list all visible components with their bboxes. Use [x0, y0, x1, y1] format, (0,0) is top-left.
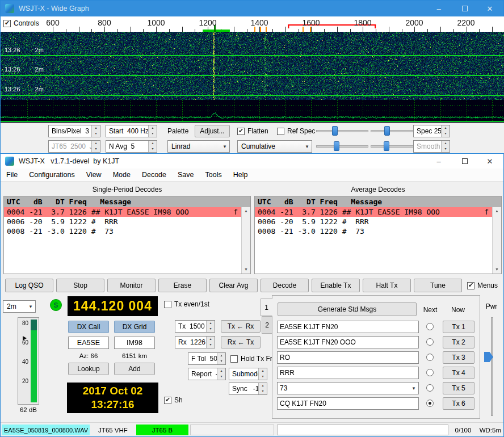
maximize-icon[interactable] [452, 154, 477, 169]
generate-std-msgs-button[interactable]: Generate Std Msgs [278, 302, 417, 316]
scroll-up-icon[interactable]: ▲ [493, 207, 501, 215]
spinner-arrows-icon[interactable]: ▴▾ [217, 353, 225, 364]
decode-row[interactable]: 0008 -21 -3.0 1220 # 73 [4, 226, 250, 236]
spinner-arrows-icon[interactable]: ▴▾ [148, 141, 157, 152]
close-icon[interactable]: ✕ [477, 1, 502, 16]
tx2-button[interactable]: Tx 2 [443, 336, 474, 348]
rx-from-tx-button[interactable]: Rx ← Tx [221, 336, 261, 348]
maximize-icon[interactable] [452, 1, 477, 16]
tx1-radio[interactable] [426, 323, 434, 330]
controls-checkbox[interactable]: Controls [3, 19, 41, 27]
minimize-icon[interactable]: – [426, 154, 451, 169]
spinner-arrows-icon[interactable]: ▴▾ [91, 125, 100, 137]
f-tol-spinner[interactable]: F Tol 50 ▴▾ [188, 352, 226, 365]
spinner-arrows-icon[interactable]: ▴▾ [441, 141, 450, 152]
menus-checkbox[interactable]: Menus [467, 281, 498, 289]
ref-spec-checkbox[interactable]: Ref Spec [277, 127, 315, 135]
waterfall-gain-slider[interactable] [316, 125, 368, 137]
tx5-button[interactable]: Tx 5 [443, 382, 474, 394]
tx6-message-field[interactable] [277, 397, 419, 410]
waterfall[interactable]: 13:262m 13:262m 13:262m [1, 32, 504, 100]
spinner-arrows-icon[interactable]: ▴▾ [258, 368, 267, 380]
spec-percent-spinner[interactable]: Spec 25 % ▴▾ [413, 125, 450, 137]
dx-grid-button[interactable]: DX Grid [114, 321, 155, 333]
spinner-arrows-icon[interactable]: ▴▾ [441, 125, 450, 137]
menu-tools[interactable]: Tools [200, 169, 228, 182]
report-spinner[interactable]: Report -15 ▴▾ [188, 368, 226, 380]
spinner-arrows-icon[interactable]: ▴▾ [217, 368, 225, 380]
tx2-radio[interactable] [426, 338, 434, 346]
submode-spinner[interactable]: Submode B ▴▾ [229, 368, 267, 380]
slider-handle[interactable] [334, 141, 339, 151]
slider-handle[interactable] [384, 141, 389, 151]
bins-per-pixel-spinner[interactable]: Bins/Pixel 3 ▴▾ [48, 125, 100, 137]
palette-combobox[interactable]: Linrad ▾ [167, 140, 230, 153]
log-qso-button[interactable]: Log QSO [5, 279, 53, 292]
tx3-button[interactable]: Tx 3 [443, 351, 474, 364]
menu-mode[interactable]: Mode [107, 169, 136, 182]
clear-avg-button[interactable]: Clear Avg [209, 279, 258, 292]
slider-handle[interactable] [332, 126, 338, 136]
tune-button[interactable]: Tune [414, 279, 462, 292]
menu-decode[interactable]: Decode [136, 169, 172, 182]
n-avg-spinner[interactable]: N Avg 5 ▴▾ [106, 140, 157, 153]
tx5-message-combo[interactable]: 73 ▾ [277, 382, 419, 394]
halt-tx-button[interactable]: Halt Tx [363, 279, 411, 292]
tx6-button[interactable]: Tx 6 [443, 397, 474, 410]
scroll-up-icon[interactable]: ▲ [242, 207, 250, 215]
decode-button[interactable]: Decode [261, 279, 309, 292]
add-button[interactable]: Add [114, 363, 155, 375]
tx1-button[interactable]: Tx 1 [443, 321, 474, 333]
tx4-button[interactable]: Tx 4 [443, 367, 474, 379]
slider-handle[interactable] [384, 126, 390, 136]
decode-row[interactable]: 0006 -20 5.9 1222 # RRR [4, 217, 250, 226]
frequency-scale[interactable]: 600 800 1000 1200 1400 1600 1800 2000 22… [1, 16, 504, 32]
spectrum-type-combobox[interactable]: Cumulative ▾ [237, 140, 312, 153]
scroll-down-icon[interactable]: ▼ [493, 266, 501, 274]
pwr-slider-track[interactable] [491, 317, 493, 416]
spectrum-gain-slider[interactable] [316, 140, 368, 153]
tx3-radio[interactable] [426, 354, 434, 361]
spinner-arrows-icon[interactable]: ▴▾ [206, 321, 215, 332]
rx-freq-spinner[interactable]: Rx 1226 Hz ▴▾ [175, 336, 215, 348]
monitor-button[interactable]: Monitor [107, 279, 156, 292]
spinner-arrows-icon[interactable]: ▴▾ [206, 337, 215, 348]
scrollbar[interactable]: ▲ ▼ [492, 207, 501, 274]
menu-save[interactable]: Save [172, 169, 200, 182]
scroll-down-icon[interactable]: ▼ [242, 266, 250, 274]
jt65-jt9-split-spinner[interactable]: JT65 2500 JT9 ▴▾ [48, 140, 100, 153]
minimize-icon[interactable]: – [426, 1, 451, 16]
decode-row[interactable]: 0004 -21 3.7 1226 ## K1JT EA5SE IM98 OOO… [255, 207, 501, 217]
enable-tx-button[interactable]: Enable Tx [312, 279, 360, 292]
dx-call-button[interactable]: DX Call [68, 321, 109, 333]
adjust-button[interactable]: Adjust... [195, 125, 230, 137]
erase-button[interactable]: Erase [158, 279, 207, 292]
flatten-checkbox[interactable]: Flatten [237, 127, 268, 135]
close-icon[interactable]: ✕ [477, 154, 502, 169]
sh-checkbox[interactable]: Sh [164, 396, 183, 404]
tx-even-checkbox[interactable]: Tx even/1st [164, 300, 209, 308]
spinner-arrows-icon[interactable]: ▴▾ [91, 141, 100, 152]
sync-spinner[interactable]: Sync -1 ▴▾ [229, 383, 267, 395]
main-titlebar[interactable]: WSJT-X v1.7.1-devel by K1JT – ✕ [1, 154, 503, 169]
decode-row[interactable]: 0008 -21 -3.0 1220 # 73 [255, 226, 501, 236]
menu-view[interactable]: View [81, 169, 107, 182]
wide-graph-titlebar[interactable]: WSJT-X - Wide Graph – ✕ [1, 1, 503, 16]
tab-1[interactable]: 1 [261, 299, 272, 316]
tx1-message-field[interactable] [277, 321, 419, 333]
tab-2[interactable]: 2 [262, 316, 272, 334]
tx2-message-field[interactable] [277, 336, 419, 348]
tx4-radio[interactable] [426, 369, 434, 376]
waterfall-canvas[interactable] [1, 32, 504, 100]
start-freq-spinner[interactable]: Start 400 Hz ▴▾ [106, 125, 157, 137]
decode-row[interactable]: 0004 -21 3.7 1226 ## K1JT EA5SE IM98 OOO… [4, 207, 250, 217]
band-combobox[interactable]: 2m ▾ [3, 300, 36, 313]
lookup-button[interactable]: Lookup [68, 363, 109, 375]
tx-from-rx-button[interactable]: Tx ← Rx [221, 320, 261, 333]
spinner-arrows-icon[interactable]: ▴▾ [258, 383, 267, 394]
smooth-spinner[interactable]: Smooth 4 ▴▾ [413, 140, 450, 153]
stop-button[interactable]: Stop [56, 279, 104, 292]
tx4-message-field[interactable] [277, 367, 419, 379]
tx5-radio[interactable] [426, 384, 434, 392]
tx3-message-field[interactable] [277, 351, 419, 364]
